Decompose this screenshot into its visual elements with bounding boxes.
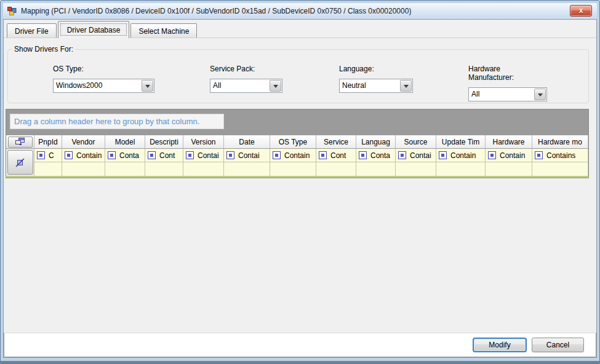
down-triangle-icon: [538, 93, 543, 99]
filter-condition-icon[interactable]: [319, 151, 327, 159]
column-header-label: PnpId: [38, 138, 57, 146]
filter-value-input[interactable]: [34, 162, 62, 176]
filter-cell-hardware-mo[interactable]: Contains: [532, 149, 588, 176]
filter-condition-icon[interactable]: [226, 151, 234, 159]
filter-value-input[interactable]: [356, 162, 395, 176]
column-header-hardware-mo[interactable]: Hardware mo: [532, 135, 588, 149]
combobox-value: All: [210, 79, 269, 92]
titlebar: Mapping (PCI / VendorID 0x8086 / DeviceI…: [3, 3, 597, 19]
modify-button[interactable]: Modify: [473, 338, 527, 352]
column-header-languag[interactable]: Languag: [356, 135, 396, 149]
filter-operator-label: Contains: [546, 151, 575, 160]
column-header-update-tim[interactable]: Update Tim: [436, 135, 486, 149]
show-drivers-groupbox: Show Drivers For: OS Type:Windows2000Ser…: [7, 45, 589, 103]
down-triangle-icon: [145, 85, 150, 90]
column-header-date[interactable]: Date: [224, 135, 270, 149]
filter-condition-icon[interactable]: [65, 151, 73, 159]
filter-value-input[interactable]: [145, 162, 183, 176]
column-header-os-type[interactable]: OS Type: [270, 135, 316, 149]
dropdown-arrow-icon[interactable]: [400, 80, 412, 92]
filter-cell-descripti[interactable]: Cont: [145, 149, 183, 176]
filter-cell-date[interactable]: Contai: [224, 149, 270, 176]
field-os-type-: OS Type:Windows2000: [53, 65, 154, 93]
close-button[interactable]: x: [570, 5, 592, 17]
column-header-source[interactable]: Source: [396, 135, 436, 149]
filter-condition-icon[interactable]: [535, 151, 543, 159]
column-header-label: Date: [239, 138, 254, 146]
filter-value-input[interactable]: [224, 162, 270, 176]
dropdown-arrow-icon[interactable]: [534, 89, 546, 100]
tab-driver-file[interactable]: Driver File: [7, 23, 57, 38]
filter-condition-icon[interactable]: [398, 151, 406, 159]
combobox-value: All: [469, 88, 534, 101]
filter-value-input[interactable]: [436, 162, 485, 176]
column-header-label: Languag: [361, 138, 390, 146]
filter-value-input[interactable]: [62, 162, 105, 176]
filter-cell-vendor[interactable]: Contain: [62, 149, 105, 176]
filter-condition-line: Contain: [270, 149, 316, 162]
filter-condition-icon[interactable]: [37, 151, 45, 159]
column-header-hardware[interactable]: Hardware: [486, 135, 532, 149]
filter-condition-icon[interactable]: [359, 151, 367, 159]
column-customize-button[interactable]: [8, 136, 33, 148]
tab-select-machine[interactable]: Select Machine: [130, 23, 197, 38]
filter-cell-model[interactable]: Conta: [105, 149, 145, 176]
header-indicator-cell: [6, 135, 34, 149]
edit-filter-button[interactable]: [7, 150, 33, 175]
os-type--combobox[interactable]: Windows2000: [53, 79, 154, 93]
filter-cell-languag[interactable]: Conta: [356, 149, 396, 176]
filter-condition-icon[interactable]: [273, 151, 281, 159]
column-header-pnpid[interactable]: PnpId: [34, 135, 62, 149]
filter-operator-label: Cont: [330, 151, 346, 160]
filter-value-input[interactable]: [270, 162, 316, 176]
filter-condition-icon[interactable]: [488, 151, 496, 159]
filter-value-input[interactable]: [486, 162, 532, 176]
filter-cell-hardware[interactable]: Contain: [486, 149, 532, 176]
filter-value-input[interactable]: [316, 162, 356, 176]
column-header-descripti[interactable]: Descripti: [145, 135, 183, 149]
field-label: OS Type:: [53, 65, 154, 73]
column-header-service[interactable]: Service: [316, 135, 356, 149]
grid-auto-filter-row: CContainContaContContaiContaiContainCont…: [6, 149, 589, 176]
tab-driver-database[interactable]: Driver Database: [58, 21, 130, 38]
filter-cell-version[interactable]: Contai: [183, 149, 224, 176]
filter-cell-service[interactable]: Cont: [316, 149, 356, 176]
column-header-label: Version: [191, 138, 215, 146]
filter-value-input[interactable]: [183, 162, 223, 176]
filter-operator-label: Conta: [370, 151, 390, 160]
grid-group-panel[interactable]: Drag a column header here to group by th…: [6, 109, 589, 135]
driver-grid: Drag a column header here to group by th…: [6, 109, 589, 178]
filter-cell-pnpid[interactable]: C: [34, 149, 62, 176]
column-header-vendor[interactable]: Vendor: [62, 135, 105, 149]
cancel-button[interactable]: Cancel: [532, 338, 584, 352]
column-header-model[interactable]: Model: [105, 135, 145, 149]
column-header-version[interactable]: Version: [183, 135, 224, 149]
filter-value-input[interactable]: [105, 162, 145, 176]
filter-condition-icon[interactable]: [186, 151, 194, 159]
filter-operator-label: Contain: [500, 151, 525, 160]
grid-header-row: PnpIdVendorModelDescriptiVersionDateOS T…: [6, 135, 589, 149]
footer-bar: Modify Cancel: [4, 333, 596, 357]
dropdown-arrow-icon[interactable]: [270, 80, 281, 92]
hardware-manufacturer--combobox[interactable]: All: [468, 87, 547, 101]
service-pack--combobox[interactable]: All: [210, 79, 282, 93]
filter-operator-label: Contain: [76, 151, 102, 160]
filter-condition-icon[interactable]: [108, 151, 116, 159]
filter-cell-update-tim[interactable]: Contain: [436, 149, 486, 176]
groupbox-title: Show Drivers For:: [12, 45, 75, 53]
language--combobox[interactable]: Neutral: [339, 79, 413, 93]
column-header-label: Hardware: [492, 138, 524, 146]
filter-value-input[interactable]: [532, 162, 588, 176]
dropdown-arrow-icon[interactable]: [142, 80, 153, 92]
field-service-pack-: Service Pack:All: [210, 65, 282, 93]
filter-cell-source[interactable]: Contai: [396, 149, 436, 176]
filter-condition-line: C: [34, 149, 62, 162]
filter-cell-os-type[interactable]: Contain: [270, 149, 316, 176]
group-panel-hint: Drag a column header here to group by th…: [10, 114, 224, 129]
filter-condition-line: Cont: [316, 149, 356, 162]
filter-condition-icon[interactable]: [148, 151, 156, 159]
dialog-window: Mapping (PCI / VendorID 0x8086 / DeviceI…: [0, 0, 600, 364]
filter-operator-label: Cont: [159, 151, 175, 160]
filter-value-input[interactable]: [396, 162, 436, 176]
filter-condition-icon[interactable]: [439, 151, 447, 159]
